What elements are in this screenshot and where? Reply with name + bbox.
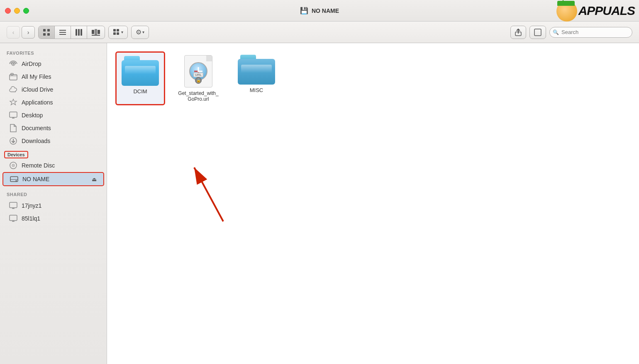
page-fold-bg — [206, 56, 212, 61]
sidebar-item-label-documents: Documents — [22, 125, 98, 131]
svg-rect-3 — [47, 33, 50, 36]
svg-rect-4 — [59, 30, 66, 31]
svg-rect-2 — [43, 33, 46, 36]
sidebar-item-shared-1[interactable]: 17jnyz1 — [2, 199, 104, 212]
tag-icon — [534, 29, 541, 36]
sidebar-item-label-downloads: Downloads — [22, 138, 98, 144]
documents-icon — [9, 124, 17, 132]
sidebar-item-label-shared-2: 85l1lq1 — [22, 215, 98, 222]
misc-label: MISC — [250, 87, 263, 93]
svg-rect-33 — [10, 215, 17, 221]
svg-rect-24 — [10, 112, 17, 117]
svg-point-31 — [16, 180, 17, 182]
arrange-button[interactable]: ▾ — [109, 26, 127, 39]
view-column-button[interactable] — [71, 26, 87, 39]
character-hat-brim — [557, 1, 575, 6]
devices-section-header: Devices — [4, 150, 102, 158]
toolbar-right: 🔍 — [510, 26, 632, 39]
lock-icon: 🔒 — [196, 78, 201, 83]
search-wrapper: 🔍 — [549, 27, 632, 38]
search-input[interactable] — [549, 27, 632, 38]
shared-label: Shared — [7, 192, 27, 197]
sidebar-item-all-my-files[interactable]: All My Files — [2, 70, 104, 83]
url-file-icon: 🔒 URL — [183, 55, 213, 88]
sidebar-item-label-shared-1: 17jnyz1 — [22, 202, 98, 209]
sidebar-item-label-desktop: Desktop — [22, 112, 98, 119]
remote-disc-icon — [9, 161, 17, 170]
columns-icon — [75, 29, 83, 36]
view-buttons — [38, 26, 105, 39]
share-button-group — [510, 26, 526, 39]
cover-flow-icon — [91, 29, 100, 36]
forward-button[interactable]: › — [22, 26, 35, 39]
file-area: DCIM — [107, 43, 639, 364]
action-button-group: ⚙ ▾ — [131, 26, 149, 39]
misc-folder-shine — [241, 65, 272, 73]
svg-rect-10 — [92, 30, 94, 34]
svg-rect-13 — [92, 35, 100, 36]
sidebar-item-no-name[interactable]: NO NAME ⏏ — [2, 172, 104, 186]
all-files-icon — [9, 73, 17, 81]
sidebar-item-remote-disc[interactable]: Remote Disc — [2, 159, 104, 172]
url-file-label: Get_started_with_GoPro.url — [177, 90, 220, 102]
close-button[interactable] — [5, 8, 11, 14]
eject-button[interactable]: ⏏ — [92, 176, 97, 182]
arrow-annotation — [186, 159, 236, 227]
sidebar-item-label-applications: Applications — [22, 99, 98, 106]
url-badge: URL — [193, 73, 203, 77]
svg-rect-11 — [95, 29, 97, 35]
view-icon-button[interactable] — [39, 26, 55, 39]
view-cover-button[interactable] — [87, 26, 105, 39]
forward-icon: › — [27, 29, 29, 36]
svg-rect-22 — [10, 75, 17, 80]
share-button[interactable] — [511, 26, 526, 39]
svg-rect-6 — [59, 34, 66, 35]
titlebar: 💾 NO NAME APPUALS — [0, 0, 639, 22]
device-icon: 💾 — [300, 7, 308, 15]
sidebar-item-downloads[interactable]: Downloads — [2, 135, 104, 147]
sidebar-item-applications[interactable]: Applications — [2, 96, 104, 109]
tag-button[interactable] — [530, 26, 546, 39]
sidebar-item-desktop[interactable]: Desktop — [2, 109, 104, 121]
url-page: 🔒 URL — [184, 55, 212, 87]
svg-rect-19 — [534, 29, 541, 36]
sidebar-item-icloud[interactable]: iCloud Drive — [2, 83, 104, 96]
action-button[interactable]: ⚙ ▾ — [132, 26, 149, 39]
sidebar-item-shared-2[interactable]: 85l1lq1 — [2, 212, 104, 225]
svg-point-38 — [198, 70, 199, 72]
minimize-button[interactable] — [14, 8, 20, 14]
back-button[interactable]: ‹ — [7, 26, 20, 39]
sidebar-item-label-icloud: iCloud Drive — [22, 86, 98, 93]
applications-icon — [9, 98, 17, 107]
svg-rect-7 — [76, 29, 77, 36]
favorites-label: FAVORITES — [0, 48, 107, 57]
file-item-url[interactable]: 🔒 URL Get_started_with_GoPro.url — [173, 51, 223, 105]
shared-section-header: Shared — [7, 190, 100, 198]
action-dropdown-icon: ▾ — [142, 30, 144, 34]
sidebar-item-label-remote-disc: Remote Disc — [22, 162, 98, 169]
file-item-dcim[interactable]: DCIM — [115, 51, 165, 105]
appuals-text: APPUALS — [578, 4, 635, 18]
desktop-icon — [9, 111, 17, 119]
traffic-lights — [5, 8, 29, 14]
back-icon: ‹ — [12, 29, 15, 36]
svg-rect-15 — [117, 29, 119, 32]
sidebar-item-airdrop[interactable]: AirDrop — [2, 58, 104, 70]
list-icon — [59, 29, 66, 36]
sidebar-item-label-no-name: NO NAME — [22, 176, 88, 182]
maximize-button[interactable] — [23, 8, 29, 14]
gear-icon: ⚙ — [136, 28, 141, 36]
svg-rect-5 — [59, 32, 66, 33]
arrange-button-group: ▾ — [108, 26, 128, 39]
sidebar-item-label-airdrop: AirDrop — [22, 61, 98, 67]
file-item-misc[interactable]: MISC — [232, 51, 281, 105]
svg-rect-23 — [11, 73, 13, 75]
tag-button-group — [529, 26, 546, 39]
svg-rect-14 — [113, 29, 116, 32]
misc-folder-icon — [238, 55, 275, 85]
svg-point-28 — [13, 165, 14, 166]
nav-buttons: ‹ › — [7, 26, 35, 39]
sidebar-item-documents[interactable]: Documents — [2, 122, 104, 134]
view-list-button[interactable] — [55, 26, 71, 39]
search-icon: 🔍 — [553, 29, 559, 35]
